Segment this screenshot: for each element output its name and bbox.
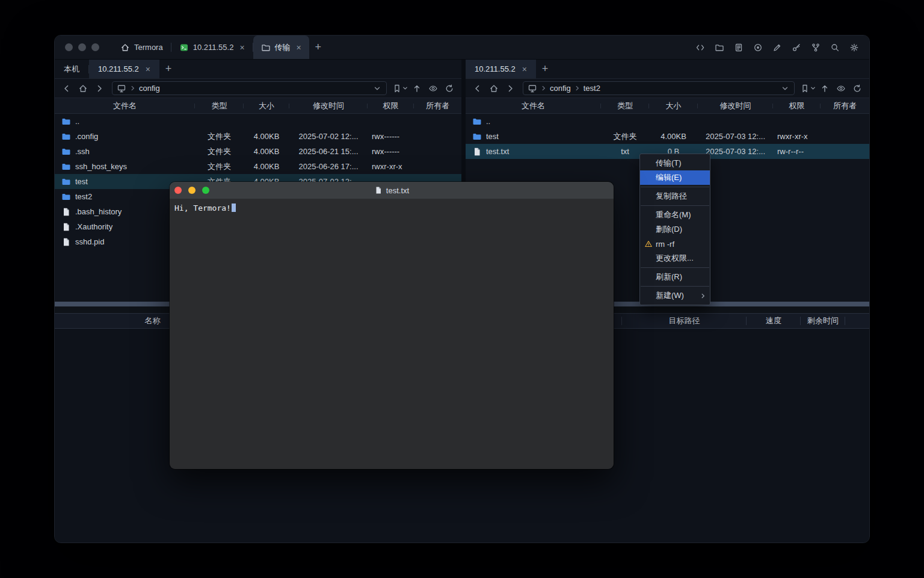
close-tab-icon[interactable]: × [297, 43, 301, 52]
folder-icon [61, 192, 71, 202]
editor-window: test.txt Hi, Termora! [170, 182, 614, 469]
branch-icon[interactable] [810, 42, 822, 54]
breadcrumb-segment[interactable]: test2 [584, 84, 600, 93]
column-header[interactable]: 权限 [368, 101, 414, 111]
column-header[interactable]: 文件名 [466, 101, 601, 111]
column-header[interactable]: 大小 [649, 101, 698, 111]
refresh-icon[interactable] [442, 81, 457, 96]
editor-traffic-lights [174, 187, 209, 194]
computer-icon [117, 84, 126, 93]
search-icon[interactable] [829, 42, 841, 54]
close-window-icon[interactable] [174, 187, 182, 194]
home-icon[interactable] [76, 81, 90, 96]
column-header[interactable]: 所有者 [414, 101, 461, 111]
traffic-lights [55, 36, 112, 59]
forward-icon[interactable] [92, 81, 106, 96]
menu-separator [641, 286, 709, 287]
back-icon[interactable] [470, 81, 485, 96]
close-tab-icon[interactable]: × [146, 65, 150, 73]
column-header[interactable]: 文件名 [55, 101, 195, 111]
menu-item-delete[interactable]: 删除(D) [640, 222, 710, 237]
home-icon [120, 43, 130, 52]
app-tabs: Termora 10.211.55.2 × 传输 × + [112, 36, 327, 59]
settings-icon[interactable] [848, 42, 860, 54]
editor-titlebar[interactable]: test.txt [170, 182, 614, 199]
menu-item-new[interactable]: 新建(W) [640, 288, 710, 303]
new-tab-button[interactable]: + [536, 60, 554, 78]
key-icon[interactable] [790, 42, 802, 54]
breadcrumb-segment[interactable]: config [139, 84, 160, 93]
file-row[interactable]: ssh_host_keys 文件夹4.00KB2025-06-26 17:...… [55, 159, 461, 174]
column-header[interactable]: 权限 [773, 101, 821, 111]
warning-icon [644, 239, 653, 249]
caret-down-icon [402, 85, 408, 91]
chevron-down-icon[interactable] [372, 84, 382, 93]
tab-remote-host[interactable]: 10.211.55.2 × [89, 60, 159, 78]
upload-icon[interactable] [410, 81, 424, 96]
menu-item-rm-rf[interactable]: rm -rf [640, 237, 710, 251]
menu-separator [641, 267, 709, 268]
refresh-icon[interactable] [850, 81, 864, 96]
menu-item-edit[interactable]: 编辑(E) [640, 170, 710, 185]
editor-text: Hi, Termora! [174, 204, 231, 213]
new-tab-button[interactable]: + [309, 36, 327, 59]
maximize-window-icon[interactable] [202, 187, 209, 194]
menu-item-refresh[interactable]: 刷新(R) [640, 270, 710, 284]
tab-ssh-session[interactable]: 10.211.55.2 × [171, 36, 253, 59]
column-header[interactable]: 类型 [195, 101, 244, 111]
back-icon[interactable] [60, 81, 74, 96]
path-breadcrumb[interactable]: config test2 [523, 81, 795, 95]
file-name: test [486, 132, 499, 141]
tab-local[interactable]: 本机 [55, 60, 88, 78]
crumb-separator-icon [574, 85, 580, 91]
column-header[interactable]: 修改时间 [289, 101, 368, 111]
file-row[interactable]: .. [55, 114, 461, 129]
document-icon[interactable] [733, 42, 745, 54]
minimize-window-icon[interactable] [188, 187, 196, 194]
column-header[interactable]: 速度 [747, 314, 801, 328]
breadcrumb-segment[interactable]: config [550, 84, 571, 93]
menu-separator [641, 187, 709, 187]
close-tab-icon[interactable]: × [522, 65, 527, 73]
file-icon [472, 147, 482, 157]
folder-icon[interactable] [713, 42, 725, 54]
chevron-down-icon[interactable] [780, 84, 790, 93]
pencil-icon[interactable] [771, 42, 783, 54]
file-row[interactable]: .. [466, 114, 869, 129]
tab-label: 10.211.55.2 [193, 43, 234, 52]
tab-remote-host[interactable]: 10.211.55.2 × [466, 60, 536, 78]
menu-item-rename[interactable]: 重命名(M) [640, 208, 710, 222]
column-header[interactable]: 所有者 [821, 101, 869, 111]
show-hidden-icon[interactable] [426, 81, 440, 96]
column-header[interactable]: 大小 [244, 101, 289, 111]
show-hidden-icon[interactable] [834, 81, 848, 96]
menu-item-copy-path[interactable]: 复制路径 [640, 189, 710, 204]
code-icon[interactable] [694, 42, 706, 54]
bookmark-button[interactable] [800, 84, 816, 93]
close-tab-icon[interactable]: × [239, 43, 244, 52]
file-row[interactable]: test 文件夹4.00KB2025-07-03 12:...rwxr-xr-x [466, 129, 869, 144]
menu-item-transfer[interactable]: 传输(T) [640, 156, 710, 170]
folder-icon [472, 132, 482, 141]
home-icon[interactable] [487, 81, 501, 96]
minimize-window-icon[interactable] [78, 43, 86, 51]
menu-item-change-permissions[interactable]: 更改权限... [640, 251, 710, 266]
forward-icon[interactable] [503, 81, 517, 96]
bookmark-button[interactable] [392, 84, 408, 93]
column-header[interactable]: 剩余时间 [801, 314, 845, 328]
maximize-window-icon[interactable] [91, 43, 99, 51]
file-row[interactable]: .config 文件夹4.00KB2025-07-02 12:...rwx---… [55, 129, 461, 144]
text-caret [232, 204, 236, 212]
column-header[interactable]: 类型 [601, 101, 649, 111]
tab-home[interactable]: Termora [112, 36, 171, 59]
new-tab-button[interactable]: + [159, 60, 177, 78]
column-header[interactable]: 修改时间 [698, 101, 773, 111]
editor-content[interactable]: Hi, Termora! [170, 199, 614, 469]
path-breadcrumb[interactable]: config [112, 81, 387, 95]
record-icon[interactable] [752, 42, 764, 54]
tab-transfer[interactable]: 传输 × [253, 36, 309, 59]
close-window-icon[interactable] [65, 43, 73, 51]
file-row[interactable]: .ssh 文件夹4.00KB2025-06-21 15:...rwx------ [55, 144, 461, 159]
column-header[interactable]: 目标路径 [622, 314, 747, 328]
upload-icon[interactable] [818, 81, 832, 96]
